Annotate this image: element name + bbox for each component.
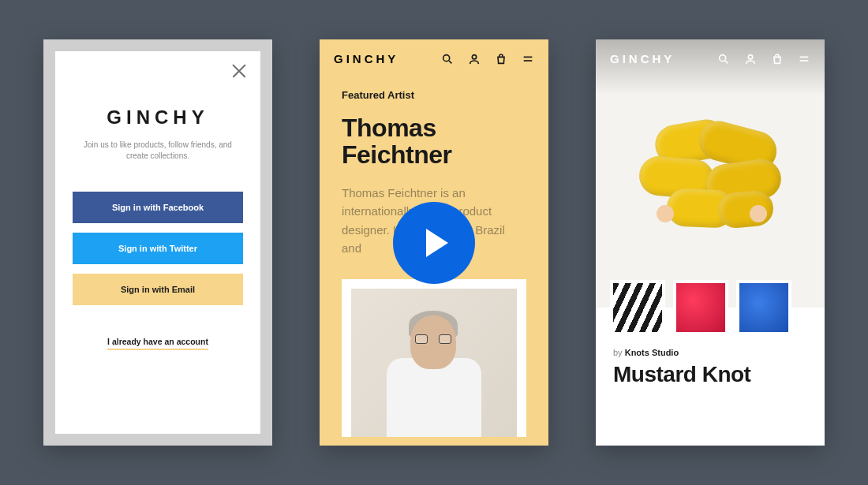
search-icon[interactable] bbox=[717, 53, 730, 65]
artist-photo bbox=[351, 289, 517, 437]
artist-photo-card bbox=[342, 279, 526, 437]
svg-point-2 bbox=[472, 54, 476, 58]
menu-icon[interactable] bbox=[522, 53, 534, 65]
search-icon[interactable] bbox=[441, 53, 454, 65]
signin-subtext: Join us to like products, follow friends… bbox=[73, 140, 243, 162]
top-bar: GINCHY bbox=[596, 39, 825, 78]
section-label: Featured Artist bbox=[342, 89, 526, 101]
menu-icon[interactable] bbox=[798, 53, 810, 65]
topbar-actions bbox=[717, 53, 810, 65]
signin-twitter-button[interactable]: Sign in with Twitter bbox=[73, 233, 243, 264]
brand-logo: GINCHY bbox=[610, 52, 675, 65]
signin-email-button[interactable]: Sign in with Email bbox=[73, 274, 243, 305]
user-icon[interactable] bbox=[744, 53, 757, 65]
thumbnail-blue[interactable] bbox=[736, 280, 791, 335]
brand-logo: GINCHY bbox=[73, 106, 243, 129]
close-icon[interactable] bbox=[230, 62, 248, 80]
signin-facebook-button[interactable]: Sign in with Facebook bbox=[73, 192, 243, 223]
product-title: Mustard Knot bbox=[613, 362, 807, 387]
user-icon[interactable] bbox=[468, 53, 481, 65]
thumbnail-red[interactable] bbox=[673, 280, 728, 335]
product-byline: by Knots Studio bbox=[613, 348, 807, 357]
bag-icon[interactable] bbox=[771, 53, 784, 65]
artist-name: Thomas Feichtner bbox=[342, 115, 526, 168]
byline-author: Knots Studio bbox=[625, 348, 679, 357]
svg-point-0 bbox=[443, 54, 450, 61]
product-hero bbox=[596, 39, 825, 308]
already-have-account-link[interactable]: I already have an account bbox=[107, 337, 208, 350]
top-bar: GINCHY bbox=[320, 39, 548, 78]
svg-point-5 bbox=[720, 54, 726, 61]
thumbnail-row bbox=[596, 280, 825, 335]
brand-logo: GINCHY bbox=[334, 52, 398, 65]
product-screen: GINCHY by Kn bbox=[596, 39, 825, 446]
product-image bbox=[631, 114, 789, 233]
signin-card: GINCHY Join us to like products, follow … bbox=[55, 51, 260, 434]
byline-prefix: by bbox=[613, 348, 623, 357]
svg-line-1 bbox=[449, 61, 451, 63]
thumbnail-bw[interactable] bbox=[610, 280, 665, 335]
play-button[interactable] bbox=[393, 202, 475, 284]
topbar-actions bbox=[441, 53, 534, 65]
signin-screen: GINCHY Join us to like products, follow … bbox=[43, 39, 272, 446]
product-meta: by Knots Studio Mustard Knot bbox=[596, 335, 825, 387]
svg-line-6 bbox=[725, 61, 728, 63]
play-icon bbox=[426, 229, 448, 257]
bag-icon[interactable] bbox=[495, 53, 507, 65]
svg-point-7 bbox=[748, 54, 752, 58]
